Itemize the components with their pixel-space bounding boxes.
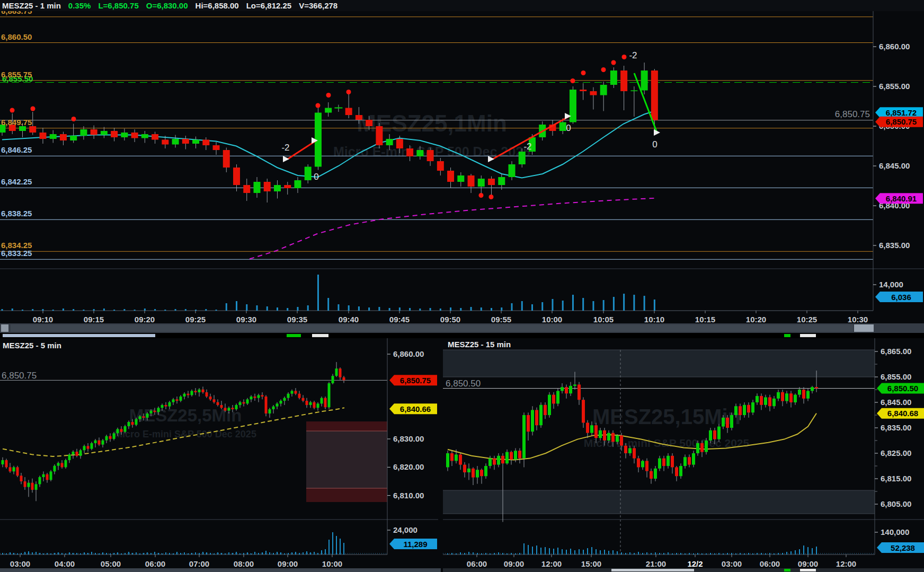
svg-text:6,036: 6,036 xyxy=(891,293,911,302)
strip-white-mark xyxy=(312,334,328,337)
svg-text:6,855.00: 6,855.00 xyxy=(879,82,910,91)
svg-text:6,846.25: 6,846.25 xyxy=(1,145,32,154)
svg-text:12/2: 12/2 xyxy=(687,559,703,568)
svg-text:10:25: 10:25 xyxy=(797,315,817,324)
svg-text:6,830.00: 6,830.00 xyxy=(393,434,424,443)
svg-text:15:00: 15:00 xyxy=(581,559,601,568)
svg-text:09:25: 09:25 xyxy=(185,315,206,324)
svg-text:05:00: 05:00 xyxy=(101,559,121,568)
svg-text:09:30: 09:30 xyxy=(236,315,256,324)
strip-green-mark-2 xyxy=(784,334,790,337)
svg-text:140,000: 140,000 xyxy=(881,527,909,536)
svg-text:6,840.91: 6,840.91 xyxy=(886,194,917,203)
scrollbar-thumb[interactable] xyxy=(11,324,853,332)
quote-header: MESZ25 - 1 min 0.35% L=6,850.75 O=6,830.… xyxy=(0,0,924,11)
svg-text:6,842.25: 6,842.25 xyxy=(1,177,32,186)
svg-text:09:15: 09:15 xyxy=(84,315,104,324)
svg-text:-2: -2 xyxy=(629,50,637,60)
svg-text:6,815.00: 6,815.00 xyxy=(881,474,911,483)
svg-text:09:00: 09:00 xyxy=(798,559,818,568)
supply-zone-box xyxy=(306,421,387,502)
svg-text:09:00: 09:00 xyxy=(504,559,524,568)
scrollbar-handle[interactable] xyxy=(854,324,874,332)
svg-text:6,855.00: 6,855.00 xyxy=(881,372,911,381)
open-price: O=6,830.00 xyxy=(146,1,188,10)
svg-text:08:00: 08:00 xyxy=(234,559,254,568)
scrollbar-thumb[interactable] xyxy=(611,569,694,571)
svg-text:10:10: 10:10 xyxy=(644,315,664,324)
svg-text:14,000: 14,000 xyxy=(879,280,903,289)
svg-text:6,860.00: 6,860.00 xyxy=(393,349,424,358)
chart-1min[interactable]: MESZ25,1MinMicro E-mini S&P 500 Dec 2025… xyxy=(0,0,924,333)
strip-green-mark xyxy=(287,334,301,337)
high-price: Hi=6,858.00 xyxy=(196,1,239,10)
last-price: L=6,850.75 xyxy=(98,1,138,10)
svg-text:03:00: 03:00 xyxy=(10,559,30,568)
svg-text:06:00: 06:00 xyxy=(760,559,780,568)
svg-text:12:00: 12:00 xyxy=(541,559,562,568)
15min-chart-scrollbar[interactable] xyxy=(443,568,924,572)
svg-text:04:00: 04:00 xyxy=(55,559,75,568)
svg-text:12:00: 12:00 xyxy=(836,559,856,568)
svg-text:6,855.75: 6,855.75 xyxy=(1,70,32,79)
svg-text:6,845.00: 6,845.00 xyxy=(879,161,910,170)
svg-text:0: 0 xyxy=(652,139,657,149)
svg-text:6,860.00: 6,860.00 xyxy=(879,42,910,51)
strip-lightblue-bar xyxy=(3,334,155,337)
trading-workspace: MESZ25 - 1 min 0.35% L=6,850.75 O=6,830.… xyxy=(0,0,924,572)
last-price-note: 6,850.50 xyxy=(446,379,481,389)
svg-text:10:20: 10:20 xyxy=(746,315,766,324)
chart-15min[interactable]: MESZ25,15MinMicro E-mini S&P 500 Dec 202… xyxy=(443,338,924,572)
svg-text:6,840.66: 6,840.66 xyxy=(400,404,431,413)
svg-text:06:00: 06:00 xyxy=(467,559,487,568)
svg-text:6,840.68: 6,840.68 xyxy=(887,409,918,418)
panel-title-5min: MESZ25 - 5 min xyxy=(3,341,61,350)
svg-text:09:10: 09:10 xyxy=(33,315,53,324)
svg-text:0: 0 xyxy=(566,123,571,133)
svg-text:11,289: 11,289 xyxy=(403,540,427,549)
svg-text:09:50: 09:50 xyxy=(440,315,460,324)
chart-5min[interactable]: MESZ25,5MinMicro E-mini S&P 500 Dec 2025… xyxy=(0,338,441,572)
svg-text:6,805.00: 6,805.00 xyxy=(881,499,911,508)
svg-text:52,238: 52,238 xyxy=(891,543,915,552)
svg-text:09:45: 09:45 xyxy=(389,315,410,324)
svg-text:6,850.75: 6,850.75 xyxy=(886,117,917,126)
last-price-note: 6,850.75 xyxy=(835,109,870,119)
svg-text:6,851.72: 6,851.72 xyxy=(886,108,917,117)
svg-text:09:40: 09:40 xyxy=(339,315,359,324)
symbol-period-label: MESZ25 - 1 min xyxy=(2,1,61,10)
svg-text:6,865.00: 6,865.00 xyxy=(881,347,911,356)
svg-text:21:00: 21:00 xyxy=(646,559,666,568)
session-volume: V=366,278 xyxy=(299,1,337,10)
svg-text:0: 0 xyxy=(314,172,318,182)
last-price-note: 6,850.75 xyxy=(2,371,37,381)
divider-strip xyxy=(0,333,924,338)
top-chart-scrollbar[interactable] xyxy=(0,323,924,333)
svg-text:10:05: 10:05 xyxy=(593,315,614,324)
svg-text:10:15: 10:15 xyxy=(695,315,715,324)
low-price: Lo=6,812.25 xyxy=(246,1,291,10)
scroll-white-mark xyxy=(800,569,816,571)
svg-text:6,860.50: 6,860.50 xyxy=(1,32,32,41)
svg-text:-2: -2 xyxy=(281,143,289,153)
svg-text:6,835.00: 6,835.00 xyxy=(879,241,910,250)
svg-text:MESZ25,15Min: MESZ25,15Min xyxy=(592,405,741,428)
scrollbar-left-button[interactable] xyxy=(1,324,8,332)
svg-text:6,833.25: 6,833.25 xyxy=(1,249,32,258)
svg-text:24,000: 24,000 xyxy=(393,525,417,534)
strip-white-mark-2 xyxy=(800,334,816,337)
svg-text:06:00: 06:00 xyxy=(145,559,165,568)
svg-text:09:55: 09:55 xyxy=(491,315,511,324)
5min-chart-scrollbar[interactable] xyxy=(0,568,441,572)
panel-title-15min: MESZ25 - 15 min xyxy=(448,340,511,349)
svg-text:6,835.00: 6,835.00 xyxy=(881,423,911,432)
scroll-green-mark xyxy=(784,569,790,571)
svg-text:6,850.75: 6,850.75 xyxy=(400,376,431,385)
svg-text:09:00: 09:00 xyxy=(278,559,298,568)
svg-text:6,825.00: 6,825.00 xyxy=(881,448,911,457)
svg-text:07:00: 07:00 xyxy=(189,559,209,568)
svg-text:Micro E-mini S&P 500 Dec 2025: Micro E-mini S&P 500 Dec 2025 xyxy=(114,429,256,439)
svg-text:10:00: 10:00 xyxy=(322,559,342,568)
percent-change: 0.35% xyxy=(68,1,91,10)
svg-text:6,820.00: 6,820.00 xyxy=(393,462,424,471)
